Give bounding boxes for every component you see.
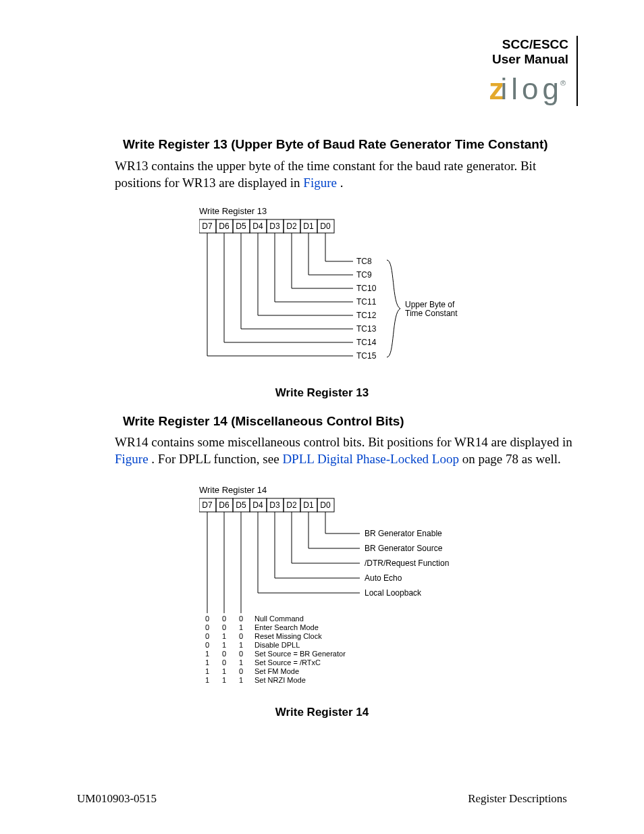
footer-right: Register Descriptions [468,792,567,806]
bit-d6: D6 [219,221,230,231]
lbl-dtr-req: /DTR/Request Function [365,558,449,568]
tbl-b6: 0 [222,615,226,623]
lbl-br-source: BR Generator Source [365,544,443,553]
header: SCC/ESCC User Manual zilog® [489,37,568,106]
label-tc15: TC15 [356,351,377,361]
label-tc9: TC9 [356,270,372,280]
text: . [340,176,344,190]
bit-row: D7 D6 D5 D4 D3 D2 D1 D0 [199,498,334,512]
label-tc8: TC8 [356,257,372,266]
brace [387,260,400,357]
tbl-cmd: Disable DPLL [254,641,300,649]
logo-ilog: ilog [500,72,563,105]
connectors-right [258,512,360,593]
bit-d1: D1 [303,500,314,510]
tbl-b6: 1 [222,676,226,684]
diagram-wr14: Write Register 14 D7 D6 D5 D4 D3 D2 D1 D… [199,486,523,689]
bit-d3: D3 [269,221,280,231]
brace-label2: Time Constant [405,309,458,318]
label-tc10: TC10 [356,284,377,293]
tbl-b7: 0 [205,623,209,631]
command-table: 0 0 0 Null Command 0 0 1 Enter Search Mo… [205,615,346,684]
page: SCC/ESCC User Manual zilog® Write Regist… [0,0,644,834]
doc-title-line1: SCC/ESCC [489,37,568,52]
bit-d0: D0 [320,500,331,510]
bit-row: D7 D6 D5 D4 D3 D2 D1 D0 [199,219,334,233]
diagram-title: Write Register 13 [199,207,267,216]
tbl-b6: 0 [222,650,226,658]
doc-title-line2: User Manual [489,52,568,67]
bit-d2: D2 [286,500,297,510]
caption-wr14: Write Register 14 [0,706,644,719]
lbl-br-enable: BR Generator Enable [365,529,442,538]
tbl-b7: 1 [205,658,209,667]
paragraph-wr13: WR13 contains the upper byte of the time… [115,158,581,191]
lbl-local-loop: Local Loopback [365,588,422,598]
figure-link[interactable]: Figure [115,452,151,466]
tbl-b6: 0 [222,658,226,667]
bit-d2: D2 [286,221,297,231]
heading-wr14: Write Register 14 (Miscellaneous Control… [123,414,404,429]
tbl-cmd: Set FM Mode [254,667,299,675]
label-tc11: TC11 [356,297,377,307]
dpll-link[interactable]: DPLL Digital Phase-Locked Loop [282,452,459,466]
bit-d0: D0 [320,221,331,231]
bit-d7: D7 [202,500,213,510]
text: on page 78 as well. [459,452,561,466]
tbl-cmd: Set NRZI Mode [254,676,306,684]
tbl-b7: 0 [205,615,209,623]
bit-d5: D5 [236,500,246,510]
diagram-wr13: Write Register 13 D7 D6 D5 D4 D3 D2 D1 D… [199,207,510,369]
tbl-b7: 1 [205,650,209,658]
tbl-b5: 0 [239,667,243,675]
tbl-b5: 1 [239,676,243,684]
text: WR14 contains some miscellaneous control… [115,435,572,449]
doc-title: SCC/ESCC User Manual [489,37,568,67]
tbl-b5: 0 [239,632,243,640]
paragraph-wr14: WR14 contains some miscellaneous control… [115,434,581,467]
brace-label1: Upper Byte of [405,300,455,309]
tbl-cmd: Set Source = /RTxC [254,658,321,667]
tbl-b7: 1 [205,676,209,684]
tbl-b5: 0 [239,615,243,623]
bit-d6: D6 [219,500,230,510]
tbl-b7: 0 [205,632,209,640]
tbl-b5: 0 [239,650,243,658]
bit-d3: D3 [269,500,280,510]
label-tc14: TC14 [356,338,377,347]
caption-wr13: Write Register 13 [0,386,644,400]
bit-d4: D4 [252,500,263,510]
bit-d7: D7 [202,221,213,231]
logo: zilog® [489,72,568,106]
tbl-b6: 0 [222,623,226,631]
tbl-cmd: Reset Missing Clock [254,632,322,640]
tbl-b5: 1 [239,623,243,631]
connectors-down [207,512,241,613]
tbl-b5: 1 [239,641,243,649]
tbl-b6: 1 [222,641,226,649]
tbl-b7: 0 [205,641,209,649]
tbl-cmd: Set Source = BR Generator [254,650,346,658]
logo-reg: ® [560,79,566,87]
tbl-b5: 1 [239,658,243,667]
bit-d1: D1 [303,221,314,231]
tbl-cmd: Null Command [254,615,304,623]
header-rule [576,36,578,106]
bit-d4: D4 [252,221,263,231]
tbl-cmd: Enter Search Mode [254,623,319,631]
text: . For DPLL function, see [151,452,282,466]
tbl-b6: 1 [222,632,226,640]
tbl-b7: 1 [205,667,209,675]
connectors [207,233,353,356]
figure-link[interactable]: Figure [303,176,340,190]
lbl-auto-echo: Auto Echo [365,573,402,583]
diagram-title: Write Register 14 [199,486,267,495]
tbl-b6: 1 [222,667,226,675]
footer-left: UM010903-0515 [77,792,157,806]
label-tc13: TC13 [356,324,377,334]
label-tc12: TC12 [356,311,377,320]
bit-d5: D5 [236,221,246,231]
heading-wr13: Write Register 13 (Upper Byte of Baud Ra… [123,137,548,152]
